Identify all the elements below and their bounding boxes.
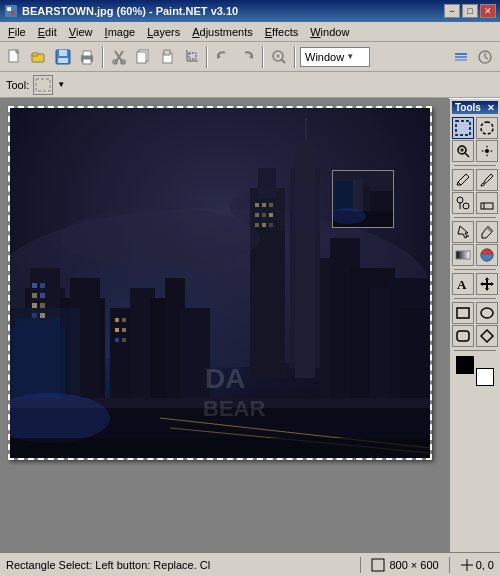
status-size: 800 × 600 — [371, 558, 438, 572]
copy-button[interactable] — [132, 46, 154, 68]
window-controls: − □ ✕ — [444, 4, 496, 18]
tools-separator-2 — [454, 217, 495, 218]
separator-3 — [262, 46, 264, 68]
status-text: Rectangle Select: Left button: Replace. … — [6, 559, 350, 571]
background-color-swatch[interactable] — [476, 368, 494, 386]
svg-rect-42 — [300, 138, 312, 148]
crop-button[interactable] — [180, 46, 202, 68]
menu-file[interactable]: File — [2, 22, 32, 41]
tool-select-btn[interactable] — [33, 75, 53, 95]
status-separator-2 — [449, 557, 450, 573]
fill-tool[interactable] — [452, 221, 474, 243]
svg-rect-6 — [32, 53, 38, 56]
svg-rect-88 — [122, 318, 126, 322]
separator-4 — [294, 46, 296, 68]
pan-tool[interactable] — [476, 140, 498, 162]
move-tool[interactable] — [476, 273, 498, 295]
svg-rect-20 — [164, 50, 170, 55]
menu-image[interactable]: Image — [99, 22, 142, 41]
paste-button[interactable] — [156, 46, 178, 68]
cursor-position: 0, 0 — [476, 559, 494, 571]
svg-rect-61 — [40, 293, 45, 298]
canvas-dimensions: 800 × 600 — [389, 559, 438, 571]
foreground-color-swatch[interactable] — [456, 356, 474, 374]
recolor-tool[interactable] — [476, 244, 498, 266]
thumbnail-panel — [332, 170, 394, 228]
color-section — [452, 354, 498, 388]
svg-rect-12 — [83, 59, 91, 64]
svg-rect-63 — [40, 303, 45, 308]
tools-close-icon[interactable]: ✕ — [487, 103, 495, 113]
ellipse-shape-tool[interactable] — [476, 302, 498, 324]
svg-rect-105 — [456, 121, 470, 135]
open-button[interactable] — [28, 46, 50, 68]
svg-point-112 — [463, 203, 469, 209]
canvas-container[interactable]: DA BEAR — [0, 98, 448, 552]
canvas-wrapper: DA BEAR — [8, 106, 432, 460]
diamond-tool[interactable] — [476, 325, 498, 347]
svg-rect-2 — [11, 11, 15, 15]
svg-rect-120 — [457, 308, 469, 318]
dropdown-arrow-tool: ▼ — [57, 80, 65, 89]
eyedropper-tool[interactable] — [476, 221, 498, 243]
redo-button[interactable] — [236, 46, 258, 68]
minimize-button[interactable]: − — [444, 4, 460, 18]
window-dropdown[interactable]: Window ▼ — [300, 47, 370, 67]
zoom-tool[interactable] — [452, 140, 474, 162]
lasso-select-tool[interactable] — [476, 117, 498, 139]
svg-rect-62 — [32, 303, 37, 308]
pencil-tool[interactable] — [452, 169, 474, 191]
undo-button[interactable] — [212, 46, 234, 68]
svg-rect-122 — [457, 331, 469, 341]
svg-rect-41 — [295, 148, 315, 378]
print-button[interactable] — [76, 46, 98, 68]
window-dropdown-label: Window — [305, 51, 344, 63]
rectangle-shape-tool[interactable] — [452, 302, 474, 324]
crosshair-icon — [460, 558, 474, 572]
svg-rect-60 — [32, 293, 37, 298]
new-button[interactable] — [4, 46, 26, 68]
menu-view[interactable]: View — [63, 22, 99, 41]
svg-rect-116 — [456, 251, 470, 259]
status-bar: Rectangle Select: Left button: Replace. … — [0, 552, 500, 576]
svg-rect-8 — [59, 50, 67, 56]
save-button[interactable] — [52, 46, 74, 68]
menu-bar: File Edit View Image Layers Adjustments … — [0, 22, 500, 42]
text-tool[interactable]: A — [452, 273, 474, 295]
cut-button[interactable] — [108, 46, 130, 68]
menu-effects[interactable]: Effects — [259, 22, 304, 41]
menu-edit[interactable]: Edit — [32, 22, 63, 41]
close-button[interactable]: ✕ — [480, 4, 496, 18]
menu-window[interactable]: Window — [304, 22, 355, 41]
status-separator-1 — [360, 557, 361, 573]
svg-point-121 — [481, 308, 493, 318]
tools-grid-4: A — [452, 273, 498, 295]
rectangle-select-tool[interactable] — [452, 117, 474, 139]
paintbrush-tool[interactable] — [476, 169, 498, 191]
svg-rect-90 — [122, 328, 126, 332]
gradient-tool[interactable] — [452, 244, 474, 266]
svg-rect-1 — [7, 7, 11, 11]
separator-1 — [102, 46, 104, 68]
svg-rect-87 — [115, 318, 119, 322]
svg-marker-119 — [480, 277, 494, 291]
rounded-rect-tool[interactable] — [452, 325, 474, 347]
menu-layers[interactable]: Layers — [141, 22, 186, 41]
svg-rect-9 — [58, 58, 68, 63]
zoom-button[interactable] — [268, 46, 290, 68]
svg-point-93 — [60, 208, 260, 268]
clone-tool[interactable] — [452, 192, 474, 214]
history-icon-btn[interactable] — [474, 46, 496, 68]
menu-adjustments[interactable]: Adjustments — [186, 22, 259, 41]
maximize-button[interactable]: □ — [462, 4, 478, 18]
canvas-image: DA BEAR — [10, 108, 430, 458]
svg-rect-36 — [36, 79, 50, 91]
eraser-tool[interactable] — [476, 192, 498, 214]
svg-point-111 — [457, 197, 463, 203]
tools-separator-3 — [454, 269, 495, 270]
svg-rect-32 — [455, 59, 467, 61]
tools-panel: Tools ✕ — [448, 98, 500, 552]
tools-title-label: Tools — [455, 102, 481, 113]
svg-text:BEAR: BEAR — [203, 396, 265, 421]
layers-icon-btn[interactable] — [450, 46, 472, 68]
